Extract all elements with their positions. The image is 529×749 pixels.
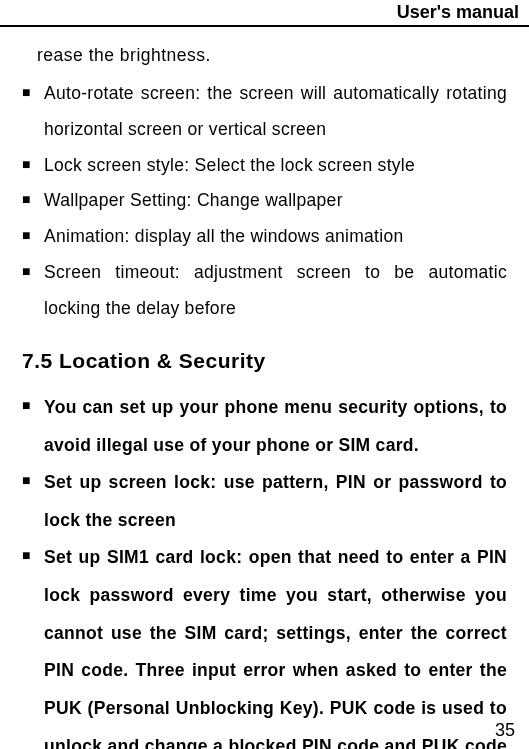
page-header: User's manual [0,0,529,27]
list-item: Animation: display all the windows anima… [22,219,507,255]
continuation-fragment: rease the brightness. [22,37,507,74]
header-title: User's manual [0,2,519,23]
list-display-settings: Auto-rotate screen: the screen will auto… [22,76,507,327]
list-item: Auto-rotate screen: the screen will auto… [22,76,507,148]
document-page: User's manual rease the brightness. Auto… [0,0,529,749]
list-item: You can set up your phone menu security … [22,389,507,464]
list-location-security: You can set up your phone menu security … [22,389,507,749]
list-item: Wallpaper Setting: Change wallpaper [22,183,507,219]
list-item: Set up SIM1 card lock: open that need to… [22,539,507,749]
list-item: Lock screen style: Select the lock scree… [22,148,507,184]
page-content: rease the brightness. Auto-rotate screen… [0,27,529,749]
section-heading: 7.5 Location & Security [22,349,507,373]
page-number: 35 [495,720,515,741]
list-item: Screen timeout: adjustment screen to be … [22,255,507,327]
list-item: Set up screen lock: use pattern, PIN or … [22,464,507,539]
